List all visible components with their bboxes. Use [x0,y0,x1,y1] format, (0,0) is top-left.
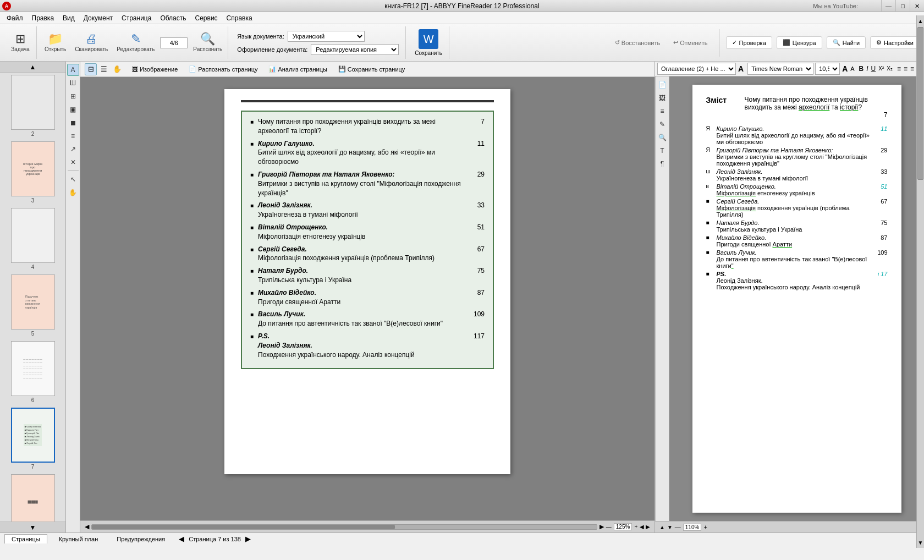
menu-region[interactable]: Область [156,13,190,23]
scroll-thumb[interactable] [917,76,923,180]
image-view-button[interactable]: 🖼 Изображение [128,65,182,74]
tool-select[interactable]: A [67,64,79,76]
font-size-select[interactable]: 10,5 [815,63,840,75]
scan-button[interactable]: 🖨 Сканировать [72,31,111,54]
view-list-icon[interactable]: ☰ [98,63,110,75]
maximize-button[interactable]: □ [895,0,910,12]
thumb-img-8: ▓▓▓▓▓ [11,474,55,521]
doc-format-select[interactable]: Редактируемая копия [311,44,399,55]
view-hand-icon[interactable]: ✋ [111,63,123,75]
zoom-scroll-right[interactable]: ▶ [600,523,604,530]
tab-warnings[interactable]: Предупреждения [109,534,172,544]
menu-document[interactable]: Документ [79,13,117,23]
right-tool-1[interactable]: 📄 [656,79,668,91]
minimize-button[interactable]: — [881,0,895,12]
right-tool-2[interactable]: 🖼 [656,92,668,104]
zoom-minus-left[interactable]: — [606,524,612,530]
right-zoom-plus[interactable]: + [703,524,707,530]
right-tool-4[interactable]: ✎ [656,118,668,130]
zoom-scroll-left[interactable]: ◀ [85,523,89,530]
tool-barcode[interactable]: ≡ [67,130,79,142]
view-grid-icon[interactable]: ⊟ [85,63,97,75]
thumbnail-7[interactable]: ■ Чому питання■ Кирило Гал■ Григорій Пів… [2,408,63,470]
right-tool-7[interactable]: ¶ [656,158,668,170]
zoom-plus-left[interactable]: + [634,524,637,530]
zoom-arrows-left[interactable]: ◀ ▶ [640,524,650,530]
right-scroll-arr2[interactable]: ▼ [667,524,673,530]
save-button[interactable]: W Сохранить [410,27,447,58]
thumbnail-6[interactable]: — — — — — — —— — — — — — —— — — — — — ——… [2,341,63,403]
align-right-button[interactable]: ≡ [910,63,915,75]
next-page-button[interactable]: ▶ [243,535,253,543]
tool-image[interactable]: ▣ [67,103,79,116]
settings-button[interactable]: ⚙ Настройки [870,36,920,49]
zoom-track-left[interactable] [91,524,597,530]
menu-view[interactable]: Вид [58,13,79,23]
thumbnail-4[interactable]: 4 [2,208,63,270]
language-select[interactable]: Украинский [288,31,365,42]
prev-page-button[interactable]: ◀ [177,535,186,543]
right-scrollbar[interactable]: ▲ ▼ [916,76,924,521]
right-tool-3[interactable]: ≡ [656,105,668,117]
save-page-button[interactable]: 💾 Сохранить страницу [334,64,410,74]
bold-button[interactable]: B [859,63,865,75]
recognize-button[interactable]: 🔍 Распознать [190,31,226,54]
align-center-button[interactable]: ≡ [903,63,908,75]
recognize-label: Распознать [193,46,222,52]
tool-hand[interactable]: ✋ [67,186,79,199]
align-left-button[interactable]: ≡ [897,63,901,75]
restore-button[interactable]: ↺ Восстановить [610,37,664,48]
style-select[interactable]: Оглавление (2) + Не ... [657,63,736,75]
tool-text[interactable]: Ш [67,77,79,89]
tool-arrow[interactable]: ↗ [67,143,79,155]
doc-page-container: ■ Чому питання про походження українців … [224,89,510,474]
task-button[interactable]: ⊞ Задача [7,31,34,54]
superscript-button[interactable]: X² [878,63,884,75]
right-doc-view[interactable]: ▲ ▼ Зміст Чому питання про походження ук… [669,76,924,521]
tab-pages[interactable]: Страницы [4,534,47,543]
analyze-page-button[interactable]: 📊 Анализ страницы [264,64,331,74]
subscript-button[interactable]: X₂ [886,63,893,75]
tool-x[interactable]: ✕ [67,156,79,168]
font-grow-button[interactable]: A [842,63,848,75]
menu-file[interactable]: Файл [2,13,28,23]
right-tool-5[interactable]: 🔍 [656,131,668,144]
font-shrink-button[interactable]: A [850,63,855,75]
yt-label: Мы на YouTube: [813,3,858,9]
thumb-scroll-down[interactable]: ▼ [0,521,65,532]
tool-table[interactable]: ⊞ [67,90,79,102]
toc-entry-2: ■ Григорій Півторак та Наталя Яковенко: … [250,170,485,197]
thumb-scroll-up[interactable]: ▲ [0,62,65,73]
censor-button[interactable]: ⬛ Цензура [777,36,822,49]
document-view[interactable]: ⊟ ☰ ✋ 🖼 Изображение 📄 Распознать страниц… [80,62,654,532]
cancel-icon: ↩ [673,39,678,46]
right-scroll-arr1[interactable]: ▲ [659,524,665,530]
underline-button[interactable]: U [871,63,877,75]
tool-cursor[interactable]: ↖ [67,173,79,185]
font-size-up-button[interactable]: A [738,63,744,75]
font-name-select[interactable]: Times New Roman [747,63,813,75]
page-counter-input[interactable] [160,37,188,48]
italic-button[interactable]: I [866,63,868,75]
thumbnail-5[interactable]: Підручникз питаньвиникненняукраїнців 5 [2,274,63,337]
menu-service[interactable]: Сервис [191,13,222,23]
menu-edit[interactable]: Правка [28,13,59,23]
recognize-page-button[interactable]: 📄 Распознать страницу [184,64,262,74]
right-zoom-minus[interactable]: — [675,524,681,530]
thumbnail-scroll[interactable]: 2 Історія міфівпропоходженняукраїнців 3 … [0,73,65,521]
edit-button[interactable]: ✎ Редактировать [113,31,158,54]
find-button[interactable]: 🔍 Найти [827,36,866,49]
open-button[interactable]: 📁 Открыть [41,31,69,54]
cancel-button[interactable]: ↩ Отменить [669,37,712,48]
menu-page[interactable]: Страница [117,13,156,23]
right-tool-6[interactable]: T [656,145,668,157]
thumbnail-2[interactable]: 2 [2,75,63,137]
menu-help[interactable]: Справка [222,13,257,23]
tool-background[interactable]: ◼ [67,117,79,129]
tab-closeup[interactable]: Крупный план [52,534,106,544]
censor-label: Цензура [793,40,816,46]
close-button[interactable]: ✕ [910,0,924,12]
check-button[interactable]: ✓ Проверка [726,36,772,49]
thumbnail-8[interactable]: ▓▓▓▓▓ 8 [2,474,63,521]
thumbnail-3[interactable]: Історія міфівпропоходженняукраїнців 3 [2,141,63,204]
